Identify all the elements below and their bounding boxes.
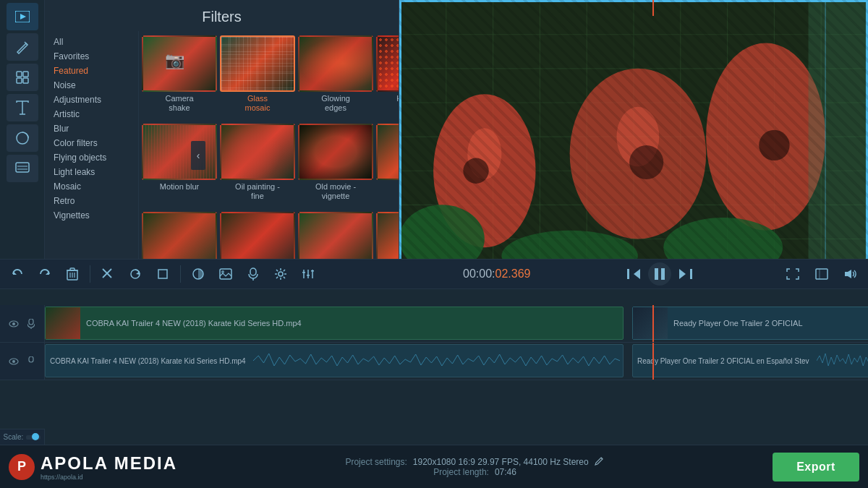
filter-paper-planes[interactable]: ✈ Paperplanes [376, 124, 399, 209]
fullscreen-btn[interactable] [781, 264, 804, 284]
audio-mute-btn[interactable] [25, 355, 38, 368]
cat-featured[interactable]: Featured [51, 64, 132, 77]
scale-label: Scale: [4, 433, 24, 441]
scale-thumb[interactable] [32, 433, 39, 440]
undo-btn[interactable] [6, 264, 29, 284]
cat-retro[interactable]: Retro [51, 194, 132, 207]
toolbar-media-btn[interactable] [7, 3, 38, 30]
scroll-left-btn[interactable]: ‹ [191, 141, 205, 170]
crop-btn[interactable] [151, 264, 174, 284]
svg-rect-15 [399, 1, 868, 282]
toolbar-subtitles-btn[interactable] [7, 155, 38, 182]
cat-artistic[interactable]: Artistic [51, 108, 132, 121]
export-btn[interactable]: Export [773, 453, 859, 481]
skip-back-btn[interactable] [622, 262, 645, 286]
svg-marker-1 [20, 14, 26, 20]
svg-point-26 [759, 130, 789, 160]
filter-old-movie-vignette[interactable]: Old movie -vignette [298, 124, 373, 209]
filters-panel: Filters All Favorites Featured Noise Adj… [45, 0, 399, 282]
audio-track: COBRA KAI Trailer 4 NEW (2018) Karate Ki… [0, 343, 868, 380]
cat-noise[interactable]: Noise [51, 79, 132, 92]
svg-rect-51 [302, 272, 305, 273]
svg-point-16 [433, 94, 535, 247]
svg-marker-40 [136, 271, 140, 275]
color-btn[interactable] [187, 264, 210, 284]
audio-track-content: COBRA KAI Trailer 4 NEW (2018) Karate Ki… [45, 343, 868, 380]
svg-rect-60 [816, 269, 827, 279]
filter-camera-shake-label: Camerashake [165, 94, 193, 113]
svg-marker-30 [46, 271, 49, 275]
cat-light-leaks[interactable]: Light leaks [51, 166, 132, 179]
svg-rect-6 [23, 78, 28, 83]
separator-2 [180, 265, 181, 283]
toolbar-transitions-btn[interactable] [7, 124, 38, 152]
redo-btn[interactable] [33, 264, 56, 284]
filter-halftone-color-label: Halftone -color [396, 94, 399, 113]
cut-btn[interactable] [96, 264, 119, 284]
svg-point-22 [467, 128, 501, 179]
audio-clip-2[interactable]: Ready Player One Trailer 2 OFICIAL en Es… [632, 344, 868, 377]
cat-color-filters[interactable]: Color filters [51, 137, 132, 150]
svg-rect-45 [250, 268, 256, 275]
filter-motion-blur[interactable]: Motion blur [142, 124, 217, 209]
status-bar: P APOLA MEDIA https://apola.id Project s… [0, 445, 868, 488]
audio-clip-1-label: COBRA KAI Trailer 4 NEW (2018) Karate Ki… [46, 356, 250, 367]
svg-rect-10 [16, 163, 29, 172]
equalizer-btn[interactable] [297, 264, 320, 284]
video-art-svg [399, 0, 868, 282]
cat-blur[interactable]: Blur [51, 122, 132, 135]
volume-btn[interactable] [839, 264, 862, 284]
filter-motion-blur-label: Motion blur [160, 182, 199, 192]
svg-marker-58 [679, 269, 686, 279]
svg-rect-4 [23, 72, 28, 77]
clip-2-label: Ready Player One Trailer 2 OFICIAL [668, 319, 809, 328]
filters-title: Filters [45, 0, 399, 31]
project-settings-value: 1920x1080 16:9 29.97 FPS, 44100 Hz Stere… [413, 457, 589, 467]
cat-mosaic[interactable]: Mosaic [51, 180, 132, 193]
cat-all[interactable]: All [51, 35, 132, 48]
time-orange: 02.369 [495, 267, 530, 281]
track-eye-btn[interactable] [7, 317, 20, 330]
expand-btn[interactable] [810, 264, 833, 284]
toolbar-edit-btn[interactable] [7, 33, 38, 61]
filter-camera-shake[interactable]: 📷 Camerashake [142, 35, 217, 121]
player-right-controls [781, 259, 862, 289]
delete-btn[interactable] [61, 264, 84, 284]
filter-glass-mosaic[interactable]: Glassmosaic [220, 35, 295, 121]
cat-flying-objects[interactable]: Flying objects [51, 151, 132, 164]
project-info: Project settings: 1920x1080 16:9 29.97 F… [177, 457, 773, 477]
scale-slider[interactable] [26, 435, 41, 440]
filter-oil-painting-fine[interactable]: Oil painting -fine [220, 124, 295, 209]
track-audio-btn[interactable] [25, 317, 38, 330]
play-pause-btn[interactable] [648, 262, 671, 286]
logo-sub: https://apola.id [41, 474, 177, 481]
filter-oil-painting-fine-label: Oil painting -fine [235, 182, 280, 201]
svg-point-17 [570, 69, 707, 239]
filter-glowing-edges[interactable]: Glowingedges [298, 35, 373, 121]
video-clip-1[interactable]: COBRA KAI Trailer 4 NEW (2018) Karate Ki… [45, 307, 624, 340]
edit-icon[interactable] [595, 457, 605, 467]
audio-clip-1[interactable]: COBRA KAI Trailer 4 NEW (2018) Karate Ki… [45, 344, 624, 377]
audio-btn[interactable] [242, 264, 265, 284]
timeline-tracks: COBRA KAI Trailer 4 NEW (2018) Karate Ki… [0, 305, 868, 445]
toolbar-effects-btn[interactable] [7, 64, 38, 91]
project-length-row: Project length: 07:46 [433, 467, 516, 477]
audio-eye-btn[interactable] [7, 355, 20, 368]
logo-p: P [9, 454, 35, 480]
cat-favorites[interactable]: Favorites [51, 50, 132, 63]
svg-line-70 [601, 458, 603, 459]
skip-forward-btn[interactable] [674, 262, 697, 286]
toolbar-text-btn[interactable] [7, 94, 38, 121]
clip-1-label: COBRA KAI Trailer 4 NEW (2018) Karate Ki… [80, 319, 307, 328]
image-btn[interactable] [214, 264, 237, 284]
video-clip-2[interactable]: Ready Player One Trailer 2 OFICIAL [632, 307, 868, 340]
svg-rect-27 [809, 1, 868, 282]
rotate-btn[interactable] [124, 264, 147, 284]
svg-rect-3 [17, 72, 22, 77]
cat-vignettes[interactable]: Vignettes [51, 209, 132, 222]
filter-halftone-color[interactable]: Halftone -color [376, 35, 399, 121]
cat-adjustments[interactable]: Adjustments [51, 93, 132, 106]
settings-btn[interactable] [269, 264, 292, 284]
audio-waveform-2 [814, 345, 868, 377]
video-preview [399, 0, 868, 282]
